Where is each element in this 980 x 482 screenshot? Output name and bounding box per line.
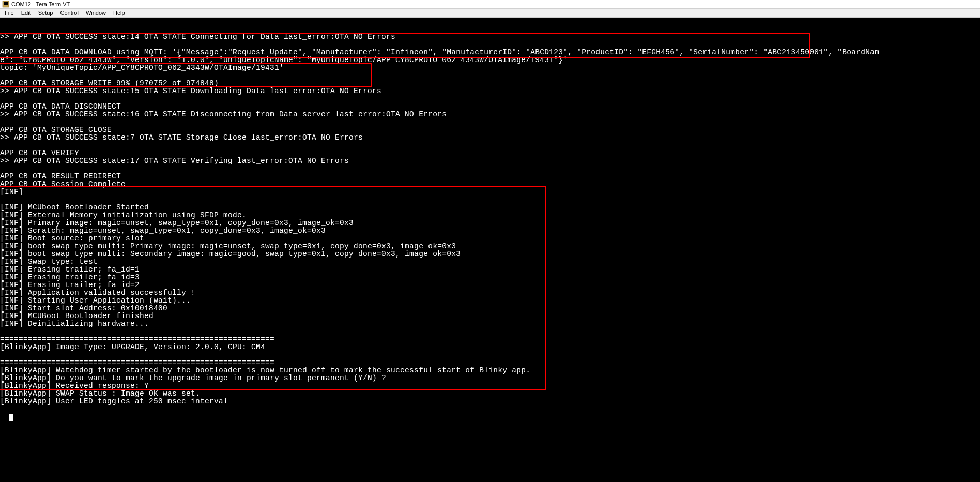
terminal-line — [0, 95, 980, 103]
menu-file[interactable]: File — [1, 9, 18, 17]
terminal-line — [0, 351, 980, 359]
menu-setup[interactable]: Setup — [35, 9, 57, 17]
terminal-line: [INF] Erasing trailer; fa_id=1 — [0, 266, 980, 274]
terminal-line: >> APP CB OTA SUCCESS state:16 OTA STATE… — [0, 111, 980, 118]
terminal-line: >> APP CB OTA SUCCESS state:14 OTA STATE… — [0, 33, 980, 41]
terminal-line: topic: 'MyUniqueTopic/APP_CY8CPROTO_062_… — [0, 64, 980, 72]
menu-edit[interactable]: Edit — [18, 9, 35, 17]
terminal-line: [BlinkyApp] Watchdog timer started by th… — [0, 367, 980, 374]
menu-bar: File Edit Setup Control Window Help — [0, 9, 980, 18]
terminal-line: [BlinkyApp] User LED toggles at 250 msec… — [0, 398, 980, 405]
terminal-line: APP CB OTA Session Complete — [0, 180, 980, 188]
terminal-line: [INF] MCUBoot Bootloader finished — [0, 312, 980, 320]
terminal-line: APP CB OTA VERIFY — [0, 149, 980, 157]
terminal-line: [INF] Deinitializing hardware... — [0, 320, 980, 328]
terminal-line: [BlinkyApp] Image Type: UPGRADE, Version… — [0, 343, 980, 351]
terminal-line: [BlinkyApp] SWAP Status : Image OK was s… — [0, 390, 980, 398]
terminal-line: e": "CY8CPROTO_062_4343W", "Version": "1… — [0, 56, 980, 64]
terminal-line: >> APP CB OTA SUCCESS state:7 OTA STATE … — [0, 134, 980, 142]
terminal-line — [0, 196, 980, 204]
terminal-line — [0, 118, 980, 126]
app-icon — [2, 1, 9, 8]
terminal-line: >> APP CB OTA SUCCESS state:17 OTA STATE… — [0, 157, 980, 165]
terminal-line: ========================================… — [0, 359, 980, 367]
terminal-line: [INF] Boot source: primary slot — [0, 235, 980, 243]
terminal-line — [0, 41, 980, 49]
terminal-line: [INF] Start slot Address: 0x10018400 — [0, 305, 980, 312]
menu-help[interactable]: Help — [110, 9, 129, 17]
terminal-line: APP CB OTA STORAGE WRITE 99% (970752 of … — [0, 80, 980, 87]
svg-rect-1 — [4, 2, 8, 5]
terminal-line: [INF] boot_swap_type_multi: Primary imag… — [0, 243, 980, 250]
terminal-line: [INF] Swap type: test — [0, 258, 980, 266]
terminal-line: >> APP CB OTA SUCCESS state:15 OTA STATE… — [0, 87, 980, 95]
window-title: COM12 - Tera Term VT — [11, 1, 70, 7]
terminal-line: [INF] Starting User Application (wait)..… — [0, 297, 980, 305]
terminal-line: APP CB OTA STORAGE CLOSE — [0, 126, 980, 134]
terminal-line: [BlinkyApp] Received response: Y — [0, 382, 980, 390]
terminal-line: [INF] — [0, 188, 980, 196]
terminal-line: [INF] Primary image: magic=unset, swap_t… — [0, 219, 980, 227]
terminal-line: APP CB OTA RESULT REDIRECT — [0, 173, 980, 180]
terminal-line — [0, 328, 980, 336]
terminal-line — [0, 72, 980, 80]
terminal-line: [INF] External Memory initialization usi… — [0, 212, 980, 219]
title-bar: COM12 - Tera Term VT — [0, 0, 980, 9]
terminal-line: [INF] Application validated successfully… — [0, 289, 980, 297]
terminal-line: APP CB OTA DATA DISCONNECT — [0, 103, 980, 111]
svg-rect-2 — [4, 3, 5, 3]
terminal-line: [INF] Erasing trailer; fa_id=2 — [0, 281, 980, 289]
terminal-line: [INF] Erasing trailer; fa_id=3 — [0, 274, 980, 281]
terminal-cursor — [9, 414, 13, 421]
terminal-line: [BlinkyApp] Do you want to mark the upgr… — [0, 374, 980, 382]
menu-window[interactable]: Window — [82, 9, 110, 17]
terminal-line: [INF] MCUboot Bootloader Started — [0, 204, 980, 212]
terminal-line — [0, 165, 980, 173]
terminal-line: ========================================… — [0, 336, 980, 343]
terminal-line — [0, 142, 980, 149]
terminal-line: [INF] Scratch: magic=unset, swap_type=0x… — [0, 227, 980, 235]
terminal-output[interactable]: >> APP CB OTA SUCCESS state:14 OTA STATE… — [0, 18, 980, 482]
terminal-line: [INF] boot_swap_type_multi: Secondary im… — [0, 250, 980, 258]
terminal-line: APP CB OTA DATA DOWNLOAD using MQTT: '{"… — [0, 49, 980, 56]
menu-control[interactable]: Control — [56, 9, 82, 17]
